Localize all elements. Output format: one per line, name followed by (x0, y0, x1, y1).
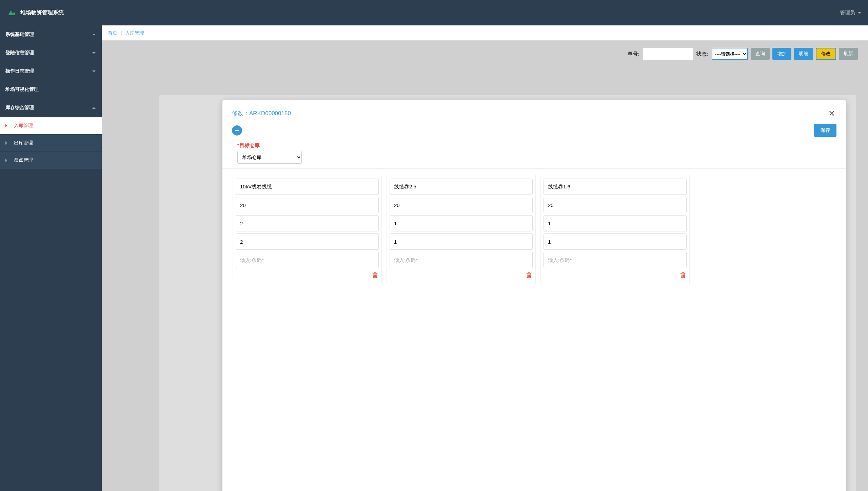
nav-system-base[interactable]: 系统基础管理 (0, 25, 102, 44)
item-field4-input[interactable] (236, 233, 379, 250)
target-warehouse-row: *目标仓库 堆场仓库 (232, 142, 836, 164)
app-title: 堆场物资管理系统 (20, 9, 64, 16)
divider (222, 168, 846, 169)
breadcrumb-separator: | (121, 30, 122, 36)
breadcrumb-current[interactable]: 入库管理 (125, 30, 144, 36)
user-menu[interactable]: 管理员 (840, 9, 861, 16)
chevron-down-icon (858, 12, 861, 14)
sidebar-sub-label: 盘点管理 (14, 157, 33, 163)
item-card (233, 175, 382, 284)
order-no-input[interactable] (643, 48, 694, 60)
header-left: 堆场物资管理系统 (7, 9, 64, 17)
add-button[interactable]: 增加 (772, 48, 791, 60)
item-field2-input[interactable] (236, 197, 379, 213)
sub-item-inbound[interactable]: 入库管理 (0, 117, 102, 134)
chevron-right-icon (5, 141, 7, 145)
sidebar-sub-label: 出库管理 (14, 140, 33, 146)
breadcrumb-home[interactable]: 首页 (108, 30, 117, 36)
app-header: 堆场物资管理系统 管理员 (0, 0, 868, 25)
nav-op-log[interactable]: 操作日志管理 (0, 62, 102, 80)
nav-inventory[interactable]: 库存综合管理 (0, 99, 102, 117)
modal-title: 修改：ARKD00000150 (232, 109, 291, 117)
sub-item-stocktake[interactable]: 盘点管理 (0, 151, 102, 169)
item-field3-input[interactable] (544, 215, 687, 231)
item-field2-input[interactable] (544, 197, 687, 213)
target-warehouse-label: *目标仓库 (237, 142, 836, 149)
close-icon[interactable]: ✕ (827, 109, 836, 118)
save-button[interactable]: 保存 (814, 124, 836, 137)
sidebar: 系统基础管理 登陆信息管理 操作日志管理 堆场可视化管理 库存综合管理 入库管理… (0, 25, 102, 491)
status-label: 状态: (696, 51, 708, 57)
modal-actions: + 保存 (232, 124, 836, 137)
chevron-right-icon (5, 124, 7, 127)
order-no-label: 单号: (628, 51, 639, 57)
item-name-input[interactable] (390, 179, 533, 195)
item-field4-input[interactable] (544, 233, 687, 250)
sidebar-sub-label: 入库管理 (14, 123, 33, 129)
query-button[interactable]: 查询 (751, 48, 770, 60)
filter-toolbar: 单号: 状态: ----请选择---- 查询 增加 明细 修改 刷新 (102, 40, 868, 67)
trash-icon[interactable] (679, 271, 687, 279)
modal-header: 修改：ARKD00000150 ✕ (232, 109, 836, 118)
item-cards (232, 175, 836, 284)
item-barcode-input[interactable] (544, 252, 687, 268)
chevron-right-icon (5, 159, 7, 162)
item-field4-input[interactable] (390, 233, 533, 250)
item-card (540, 175, 690, 284)
item-card (387, 175, 536, 284)
nav-yard-visual[interactable]: 堆场可视化管理 (0, 80, 102, 99)
item-name-input[interactable] (544, 179, 687, 195)
item-barcode-input[interactable] (390, 252, 533, 268)
edit-modal: 修改：ARKD00000150 ✕ + 保存 *目标仓库 堆场仓库 (222, 100, 846, 491)
app-logo-icon (7, 9, 16, 17)
item-name-input[interactable] (236, 179, 379, 195)
edit-button[interactable]: 修改 (816, 48, 836, 60)
target-warehouse-select[interactable]: 堆场仓库 (237, 151, 302, 164)
add-row-icon[interactable]: + (232, 125, 242, 136)
nav-login-info[interactable]: 登陆信息管理 (0, 44, 102, 62)
refresh-button[interactable]: 刷新 (839, 48, 858, 60)
item-barcode-input[interactable] (236, 252, 379, 268)
trash-icon[interactable] (371, 271, 379, 279)
breadcrumb: 首页 | 入库管理 (102, 25, 868, 41)
status-select[interactable]: ----请选择---- (712, 48, 748, 60)
user-label: 管理员 (840, 9, 855, 16)
trash-icon[interactable] (525, 271, 533, 279)
item-field3-input[interactable] (236, 215, 379, 231)
sub-item-outbound[interactable]: 出库管理 (0, 134, 102, 151)
item-field2-input[interactable] (390, 197, 533, 213)
detail-button[interactable]: 明细 (794, 48, 813, 60)
item-field3-input[interactable] (390, 215, 533, 231)
main-content: 首页 | 入库管理 单号: 状态: ----请选择---- 查询 增加 明细 修… (102, 25, 868, 491)
